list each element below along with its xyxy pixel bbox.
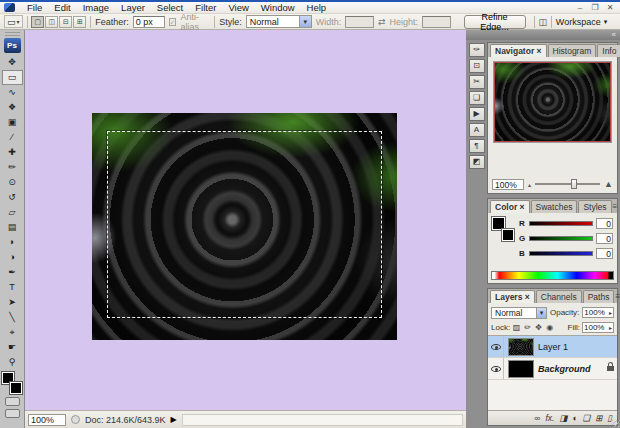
color-spectrum-bar[interactable]	[491, 271, 614, 280]
rectangular-marquee-tool[interactable]: ▭	[2, 70, 23, 85]
channel-value-field[interactable]: 0	[596, 233, 613, 244]
zoom-out-icon[interactable]: ▴	[528, 181, 531, 188]
tab-histogram[interactable]: Histogram	[548, 44, 597, 57]
layer-row-background[interactable]: Background	[488, 358, 617, 380]
background-color-swatch[interactable]	[502, 229, 514, 241]
channel-value-field[interactable]: 0	[596, 218, 613, 229]
quick-mask-button[interactable]	[5, 397, 20, 406]
panel-menu-icon[interactable]: ≡	[615, 291, 620, 303]
layer-mask-icon[interactable]: ◨	[559, 413, 567, 423]
menu-item[interactable]: File	[21, 2, 48, 13]
selection-marquee[interactable]	[107, 131, 382, 318]
navigator-zoom-slider[interactable]	[535, 183, 600, 185]
tab-swatches[interactable]: Swatches	[531, 200, 578, 213]
clone-stamp-tool[interactable]: ⊙	[2, 175, 23, 190]
healing-brush-tool[interactable]: ✚	[2, 145, 23, 160]
refine-edge-button[interactable]: Refine Edge...	[464, 15, 526, 29]
link-layers-icon[interactable]: ∞	[534, 413, 540, 423]
adjustment-layer-icon[interactable]: ◐	[572, 413, 577, 423]
blur-tool[interactable]: ◗	[2, 235, 23, 250]
workspace-menu[interactable]: Workspace ▾	[556, 17, 607, 27]
move-tool[interactable]: ✥	[2, 55, 23, 70]
zoom-tool[interactable]: ⚲	[2, 355, 23, 370]
clone-source-panel-icon[interactable]: ⊡	[469, 59, 485, 73]
height-input[interactable]	[422, 16, 451, 28]
zoom-level-field[interactable]: 100%	[28, 414, 66, 426]
width-input[interactable]	[345, 16, 374, 28]
tab-navigator[interactable]: Navigator ×	[490, 44, 547, 57]
layer-thumbnail[interactable]	[508, 338, 534, 356]
new-layer-icon[interactable]: ⊞	[595, 413, 602, 423]
add-to-selection-button[interactable]: ◫	[45, 16, 58, 28]
lock-position-icon[interactable]: ✥	[534, 323, 543, 332]
animation-panel-icon[interactable]: ▶	[469, 107, 485, 121]
lock-pixels-icon[interactable]: ✏	[523, 323, 532, 332]
tab-paths[interactable]: Paths	[583, 290, 615, 303]
layer-row-layer1[interactable]: Layer 1	[488, 336, 617, 358]
horizontal-scrollbar[interactable]	[182, 414, 463, 426]
layer-group-icon[interactable]: ❑	[583, 413, 591, 423]
style-select[interactable]: Normal ▾	[246, 15, 312, 28]
line-tool[interactable]: ╲	[2, 310, 23, 325]
tool-preset-picker[interactable]: ▭ ▾	[4, 15, 23, 28]
fill-field[interactable]: 100%▸	[582, 322, 614, 333]
quick-selection-tool[interactable]: ❖	[2, 100, 23, 115]
restore-button[interactable]: ❐	[589, 3, 601, 12]
resize-grip[interactable]	[612, 420, 619, 427]
document-canvas[interactable]	[25, 30, 466, 410]
history-brush-tool[interactable]: ↺	[2, 190, 23, 205]
tab-layers[interactable]: Layers ×	[490, 290, 535, 303]
lasso-tool[interactable]: ∿	[2, 85, 23, 100]
background-color-swatch[interactable]	[10, 382, 22, 394]
path-selection-tool[interactable]: ➤	[2, 295, 23, 310]
paragraph-panel-icon[interactable]: ¶	[469, 139, 485, 153]
channel-slider[interactable]	[529, 251, 593, 256]
menu-item[interactable]: Layer	[115, 2, 151, 13]
intersect-selection-button[interactable]: ⊞	[73, 16, 86, 28]
menu-item[interactable]: Help	[301, 2, 333, 13]
go-to-bridge-icon[interactable]: ◫	[538, 17, 547, 27]
character-panel-icon[interactable]: A	[469, 123, 485, 137]
visibility-toggle[interactable]	[488, 358, 504, 379]
crop-tool[interactable]: ▣	[2, 115, 23, 130]
slice-tool[interactable]: ∕	[2, 130, 23, 145]
tab-channels[interactable]: Channels	[536, 290, 582, 303]
layer-thumbnail[interactable]	[508, 360, 534, 378]
channel-value-field[interactable]: 0	[596, 248, 613, 259]
chevron-down-icon[interactable]: ▾	[536, 308, 546, 318]
palette-grip[interactable]	[5, 32, 20, 36]
lock-transparency-icon[interactable]: ▨	[512, 323, 521, 332]
tab-color[interactable]: Color ×	[490, 200, 530, 213]
zoom-in-icon[interactable]: ▲	[604, 179, 613, 189]
menu-item[interactable]: Window	[255, 2, 301, 13]
subtract-from-selection-button[interactable]: ⊟	[59, 16, 72, 28]
chevron-down-icon[interactable]: ▾	[299, 16, 311, 27]
panel-menu-icon[interactable]: ≡	[613, 201, 618, 213]
close-button[interactable]: ✕	[604, 3, 616, 12]
screen-mode-button[interactable]	[5, 409, 20, 418]
tool-presets-panel-icon[interactable]: ✂	[469, 75, 485, 89]
gradient-tool[interactable]: ▤	[2, 220, 23, 235]
eyedropper-tool[interactable]: ⌖	[2, 325, 23, 340]
navigator-thumbnail[interactable]	[494, 62, 611, 142]
opacity-field[interactable]: 100%▸	[582, 307, 614, 318]
channel-slider[interactable]	[529, 221, 593, 226]
menu-item[interactable]: View	[222, 2, 254, 13]
menu-item[interactable]: Edit	[48, 2, 76, 13]
tab-styles[interactable]: Styles	[578, 200, 611, 213]
slider-thumb[interactable]	[571, 179, 577, 189]
brush-tool[interactable]: ✏	[2, 160, 23, 175]
layer-style-icon[interactable]: fx.	[545, 413, 554, 423]
eraser-tool[interactable]: ▱	[2, 205, 23, 220]
dodge-tool[interactable]: ◑	[2, 250, 23, 265]
navigator-zoom-field[interactable]: 100%	[492, 179, 524, 190]
brushes-panel-icon[interactable]: ✑	[469, 43, 485, 57]
dock-collapse-header[interactable]: «	[466, 30, 620, 40]
tab-info[interactable]: Info	[597, 44, 620, 57]
blend-mode-select[interactable]: Normal ▾	[491, 307, 547, 319]
lock-all-icon[interactable]: ◉	[545, 323, 554, 332]
info-extra-panel-icon[interactable]: ◩	[469, 155, 485, 169]
layer-comps-panel-icon[interactable]: ❏	[469, 91, 485, 105]
hand-tool[interactable]: ☛	[2, 340, 23, 355]
status-menu-arrow[interactable]: ▶	[171, 415, 177, 424]
